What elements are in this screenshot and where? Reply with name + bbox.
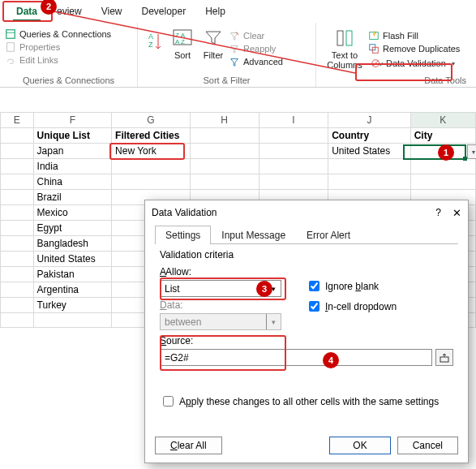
cell[interactable]: Argentina — [33, 282, 111, 298]
text-to-columns-icon — [334, 28, 355, 49]
dialog-tabs: Settings Input Message Error Alert — [155, 225, 458, 244]
tab-view[interactable]: View — [92, 2, 132, 21]
filter-button[interactable]: Filter — [198, 26, 229, 62]
col-E[interactable]: E — [1, 113, 34, 128]
advanced-label: Advanced — [243, 57, 283, 67]
tab-help[interactable]: Help — [195, 2, 235, 21]
tab-error-alert[interactable]: Error Alert — [296, 226, 361, 244]
sort-az-icon: AZ — [148, 31, 162, 54]
tab-settings[interactable]: Settings — [155, 226, 211, 244]
ignore-blank-checkbox[interactable]: Ignore blank — [306, 278, 397, 294]
ribbon-group-sf-label: Sort & Filter — [138, 75, 315, 87]
properties-icon — [5, 41, 16, 53]
col-I[interactable]: I — [259, 113, 328, 128]
flash-fill-button[interactable]: Flash Fill — [368, 30, 460, 41]
annotation-badge-4: 4 — [323, 352, 339, 368]
sort-icon: Z AA Z — [172, 28, 193, 49]
cell[interactable]: Bangladesh — [33, 236, 111, 252]
tab-input-message[interactable]: Input Message — [211, 226, 296, 244]
filter-icon — [203, 28, 224, 49]
cell[interactable]: Brazil — [33, 190, 111, 205]
cell-country[interactable]: United States — [328, 144, 411, 159]
incell-dropdown-label: In-cell dropdown — [325, 301, 397, 312]
cell-dropdown-button[interactable]: ▾ — [467, 144, 476, 159]
col-H[interactable]: H — [190, 113, 259, 128]
svg-text:A: A — [148, 32, 153, 41]
filter-label: Filter — [204, 50, 223, 60]
advanced-icon — [229, 56, 240, 67]
dropdown-caret-icon[interactable]: ▾ — [452, 60, 455, 67]
ignore-blank-input[interactable] — [309, 281, 319, 291]
cancel-button[interactable]: Cancel — [397, 437, 458, 454]
tab-developer[interactable]: Developer — [132, 2, 196, 21]
incell-dropdown-input[interactable] — [309, 301, 319, 312]
cell[interactable]: India — [33, 159, 111, 174]
edit-links-label: Edit Links — [19, 55, 58, 65]
data-validation-label: Data Validation — [386, 58, 446, 68]
cell[interactable]: Mexico — [33, 205, 111, 221]
source-input[interactable]: =G2# — [160, 349, 432, 366]
cell[interactable]: Pakistan — [33, 267, 111, 282]
cell-filtered[interactable]: New York — [112, 144, 190, 159]
header-unique[interactable]: Unique List — [33, 128, 111, 144]
cell[interactable]: Egypt — [33, 221, 111, 236]
allow-value: List — [161, 283, 266, 295]
clear-label: Clear — [243, 31, 264, 41]
cell[interactable]: Japan — [33, 144, 111, 159]
advanced-button[interactable]: Advanced — [229, 56, 283, 67]
annotation-badge-3: 3 — [256, 281, 272, 297]
range-picker-icon — [440, 353, 449, 363]
ok-button[interactable]: OK — [329, 437, 390, 454]
svg-rect-2 — [7, 43, 15, 52]
properties-button[interactable]: Properties — [5, 41, 60, 53]
text-to-columns-button[interactable]: Text to Columns — [321, 26, 368, 71]
ribbon-group-dt-label: Data Tools — [316, 75, 476, 87]
header-country[interactable]: Country — [328, 128, 411, 144]
header-city[interactable]: City — [410, 128, 475, 144]
sort-button[interactable]: Z AA Z Sort — [167, 26, 198, 62]
svg-rect-0 — [6, 30, 15, 39]
reapply-label: Reapply — [243, 44, 276, 54]
col-K[interactable]: K — [410, 113, 475, 128]
col-G[interactable]: G — [112, 113, 190, 128]
incell-dropdown-checkbox[interactable]: In-cell dropdown — [306, 299, 397, 314]
flash-fill-label: Flash Fill — [383, 31, 418, 41]
dialog-help-button[interactable]: ? — [435, 207, 441, 218]
cell[interactable]: Turkey — [33, 298, 111, 313]
header-filtered[interactable]: Filtered Cities — [112, 128, 190, 144]
validation-criteria-label: Validation criteria — [160, 249, 453, 260]
remove-duplicates-icon — [368, 43, 380, 54]
reapply-button[interactable]: Reapply — [229, 43, 283, 54]
remove-duplicates-button[interactable]: Remove Duplicates — [368, 43, 460, 54]
menu-bar: Data eview View Developer Help — [0, 0, 476, 23]
cell[interactable]: China — [33, 174, 111, 190]
clear-button[interactable]: Clear — [229, 30, 283, 41]
range-picker-button[interactable] — [435, 349, 453, 366]
apply-all-input[interactable] — [163, 396, 174, 407]
flash-fill-icon — [368, 30, 380, 41]
clear-icon — [229, 30, 240, 41]
sort-az-button[interactable]: AZ — [143, 26, 167, 55]
remove-duplicates-label: Remove Duplicates — [383, 44, 460, 54]
queries-connections-label: Queries & Connections — [19, 29, 111, 39]
ribbon-group-qc-label: Queries & Connections — [0, 75, 137, 87]
svg-rect-10 — [346, 31, 352, 45]
data-validation-dialog: Data Validation ? ✕ Settings Input Messa… — [144, 200, 469, 463]
properties-label: Properties — [19, 42, 60, 52]
edit-links-button[interactable]: Edit Links — [5, 54, 58, 66]
table-row: Unique List Filtered Cities Country City — [1, 128, 476, 144]
cell[interactable]: United States — [33, 252, 111, 267]
clear-all-button[interactable]: Clear All — [155, 437, 222, 454]
sort-label: Sort — [174, 50, 191, 60]
text-to-columns-label: Text to Columns — [326, 50, 363, 70]
queries-connections-button[interactable]: Queries & Connections — [5, 28, 111, 40]
svg-rect-17 — [440, 357, 448, 362]
col-J[interactable]: J — [328, 113, 411, 128]
column-header-row: E F G H I J K — [1, 113, 476, 128]
annotation-badge-1: 1 — [438, 144, 454, 161]
apply-all-checkbox[interactable]: Apply these changes to all other cells w… — [160, 394, 453, 409]
chevron-down-icon: ▾ — [266, 314, 281, 329]
data-validation-button[interactable]: Data Validation ▾ — [368, 56, 460, 71]
col-F[interactable]: F — [33, 113, 111, 128]
dialog-close-button[interactable]: ✕ — [452, 207, 461, 219]
